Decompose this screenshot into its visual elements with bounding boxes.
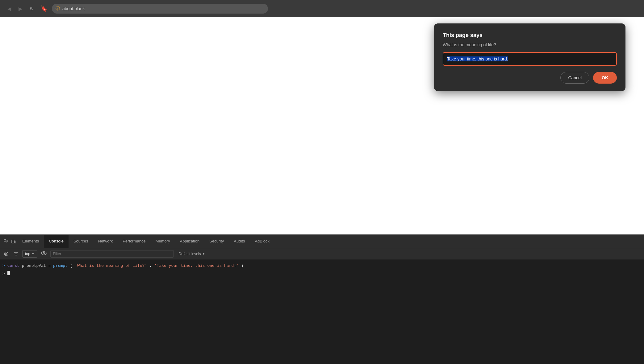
tab-elements[interactable]: Elements (17, 235, 44, 248)
tab-performance[interactable]: Performance (118, 235, 150, 248)
tab-adblock[interactable]: AdBlock (250, 235, 274, 248)
back-button[interactable]: ◀ (5, 4, 14, 13)
bookmark-button[interactable]: 🔖 (40, 4, 48, 13)
ok-button[interactable]: OK (593, 72, 617, 84)
filter-icon[interactable] (12, 250, 20, 258)
console-prompt-arrow: > (2, 271, 5, 277)
reload-button[interactable]: ↻ (27, 4, 36, 13)
context-selector[interactable]: top ▼ (22, 250, 37, 258)
console-line-1: > const promptpVal = prompt ( 'What is t… (0, 262, 644, 270)
url-text: about:blank (62, 6, 85, 11)
default-levels-button[interactable]: Default levels ▼ (179, 252, 205, 256)
console-input-arrow: > (2, 263, 5, 269)
address-bar[interactable]: ⓘ about:blank (52, 4, 268, 14)
dialog-message: What is the meaning of life? (443, 42, 617, 47)
context-label: top (25, 252, 30, 256)
tab-sources[interactable]: Sources (69, 235, 93, 248)
dialog-title: This page says (443, 32, 617, 39)
console-content: > const promptpVal = prompt ( 'What is t… (0, 259, 644, 364)
tab-memory[interactable]: Memory (151, 235, 175, 248)
forward-button[interactable]: ▶ (16, 4, 25, 13)
warning-icon: ⓘ (56, 6, 60, 11)
element-picker-icon[interactable] (2, 238, 10, 245)
devtools-tabs: Elements Console Sources Network Perform… (0, 235, 644, 248)
clear-console-icon[interactable] (2, 250, 10, 258)
tab-console[interactable]: Console (44, 235, 69, 248)
tab-network[interactable]: Network (93, 235, 118, 248)
levels-chevron-icon: ▼ (202, 252, 205, 255)
tab-audits[interactable]: Audits (229, 235, 250, 248)
dialog-input[interactable] (443, 52, 617, 66)
devtools-panel: Elements Console Sources Network Perform… (0, 234, 644, 364)
chevron-down-icon: ▼ (31, 252, 35, 255)
eye-icon[interactable] (40, 251, 48, 257)
device-toggle-icon[interactable] (10, 238, 17, 245)
dialog-overlay: This page says What is the meaning of li… (0, 17, 644, 234)
console-cursor (7, 271, 10, 275)
svg-rect-1 (12, 240, 14, 243)
levels-label: Default levels (179, 252, 201, 256)
nav-buttons: ◀ ▶ ↻ (5, 4, 36, 13)
cancel-button[interactable]: Cancel (560, 72, 589, 84)
page-content: This page says What is the meaning of li… (0, 17, 644, 234)
dialog-buttons: Cancel OK (443, 72, 617, 84)
console-filter-input[interactable] (50, 250, 174, 258)
devtools-toolbar: top ▼ Default levels ▼ (0, 248, 644, 259)
svg-rect-2 (15, 241, 16, 243)
browser-chrome: ◀ ▶ ↻ 🔖 ⓘ about:blank (0, 0, 644, 17)
console-line-2: > (0, 270, 644, 278)
svg-point-5 (43, 252, 44, 254)
tab-security[interactable]: Security (204, 235, 229, 248)
tab-application[interactable]: Application (175, 235, 205, 248)
svg-point-4 (41, 251, 46, 255)
console-code-1: const promptpVal = prompt ( 'What is the… (7, 263, 244, 269)
svg-rect-0 (4, 239, 6, 241)
dialog-box: This page says What is the meaning of li… (434, 23, 625, 91)
